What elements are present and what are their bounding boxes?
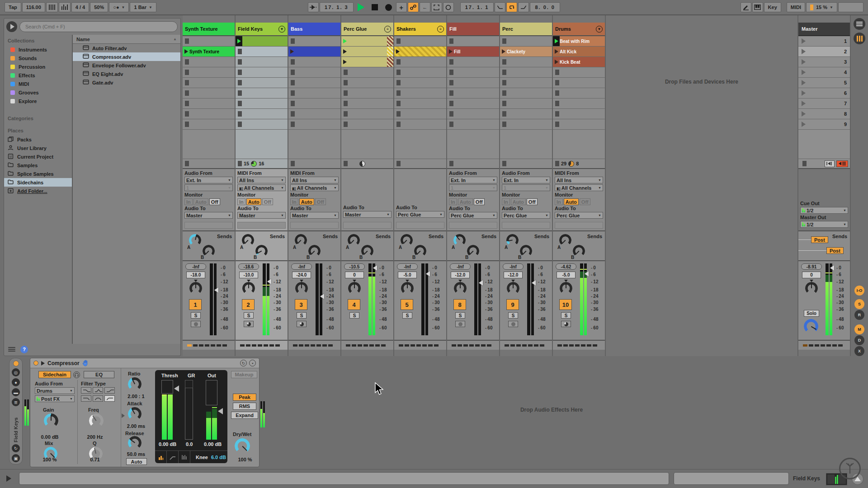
clip-slot[interactable] <box>183 88 235 99</box>
arrangement-position-display[interactable]: 17. 1. 3 <box>320 2 354 12</box>
clip-slot[interactable] <box>288 67 340 78</box>
clip-slot[interactable] <box>183 119 235 130</box>
arrangement-view-toggle[interactable] <box>854 18 865 30</box>
clip-slot[interactable] <box>183 99 235 109</box>
clip-slot[interactable] <box>183 109 235 119</box>
master-out-select[interactable]: 1/2▼ <box>800 221 848 228</box>
track-header[interactable]: Perc <box>500 23 552 36</box>
sidebar-item-current-project[interactable]: Current Project <box>4 152 72 161</box>
clip-stop-button[interactable] <box>396 111 401 117</box>
knee-value[interactable]: 6.0 dB <box>211 455 226 460</box>
arm-button[interactable] <box>191 321 201 327</box>
clip-slot[interactable]: Beat with Rim <box>553 36 605 47</box>
clip-slot[interactable] <box>447 119 499 130</box>
track-activator-button[interactable]: 2 <box>242 299 255 310</box>
clip-slot[interactable] <box>183 36 235 47</box>
clip-stop-button[interactable] <box>555 80 559 85</box>
clip-slot[interactable]: Alt Kick <box>553 47 605 57</box>
sidebar-item-user-library[interactable]: User Library <box>4 144 72 152</box>
solo-button[interactable]: S <box>561 312 571 319</box>
monitor-in-button[interactable]: In <box>184 198 193 205</box>
scene-slot[interactable]: 1 <box>798 36 850 47</box>
clip-play-button[interactable] <box>288 47 295 56</box>
volume-fader-handle[interactable] <box>532 280 536 286</box>
scene-play-icon[interactable] <box>802 38 806 44</box>
arm-button[interactable] <box>561 321 571 327</box>
ratio-knob[interactable] <box>128 377 142 391</box>
file-item[interactable]: Gate.adv <box>73 78 180 87</box>
sidechain-tap-select[interactable]: Post FX▼ <box>35 395 75 402</box>
pan-knob[interactable] <box>242 282 255 295</box>
track-header[interactable]: Shakers≡ <box>394 23 446 36</box>
back-to-arrangement-session-button[interactable] <box>836 160 848 167</box>
clip-slot[interactable] <box>341 99 393 109</box>
clip-slot[interactable]: Kick Beat <box>553 57 605 67</box>
input-channel-select[interactable]: 1▼ <box>449 184 497 191</box>
clip-slot[interactable] <box>341 67 393 78</box>
clip-slot[interactable] <box>341 109 393 119</box>
monitor-auto-button[interactable]: Auto <box>299 198 314 205</box>
clip-stop-button[interactable] <box>238 111 242 117</box>
save-preset-icon[interactable]: ▪ <box>249 360 256 366</box>
loop-button[interactable] <box>506 2 517 12</box>
clip-play-button[interactable] <box>553 47 560 56</box>
scene-play-icon[interactable] <box>802 49 806 54</box>
device-activator[interactable] <box>33 361 38 366</box>
clip-stop-button[interactable] <box>185 38 189 44</box>
arm-button[interactable] <box>297 321 307 327</box>
scene-slot[interactable]: 5 <box>798 78 850 88</box>
clip-slot[interactable] <box>236 109 288 119</box>
send-a-knob[interactable] <box>506 234 519 246</box>
audio-to-select[interactable]: Perc Glue▼ <box>449 212 497 219</box>
count-in-button[interactable] <box>59 2 71 12</box>
clip-stop-button[interactable] <box>396 80 401 85</box>
sidebar-item-splice-samples[interactable]: Splice Samples <box>4 169 72 178</box>
file-item[interactable]: Auto Filter.adv <box>73 44 180 52</box>
input-select[interactable]: Ext. In▼ <box>449 177 497 183</box>
clip-slot[interactable] <box>341 119 393 130</box>
list-icon[interactable]: ≡ <box>437 26 444 33</box>
clip-slot[interactable] <box>183 57 235 67</box>
audio-to-select[interactable]: Master▼ <box>290 212 339 219</box>
volume-fader-handle[interactable] <box>267 279 271 284</box>
drywet-knob[interactable] <box>235 438 250 454</box>
clip-slot[interactable] <box>236 88 288 99</box>
track-header[interactable]: Drums▼ <box>553 23 605 36</box>
clip-slot[interactable]: Synth Texture <box>183 47 235 57</box>
sidebar-item-sidechains[interactable]: Sidechains <box>4 178 72 187</box>
clip[interactable] <box>288 47 340 56</box>
sort-asc-icon[interactable]: ▲ <box>173 37 177 41</box>
out-value[interactable]: 0.00 dB <box>204 441 222 447</box>
thresh-slider[interactable] <box>174 385 179 392</box>
clip-stop-button[interactable] <box>185 80 189 85</box>
key-map-button[interactable]: Key <box>764 2 781 12</box>
audio-to-select[interactable]: Master▼ <box>184 212 233 219</box>
clip-slot[interactable] <box>500 109 552 119</box>
clip-slot[interactable] <box>447 67 499 78</box>
play-button[interactable] <box>358 3 364 11</box>
clip-stop-button[interactable] <box>396 59 401 65</box>
stop-all-clips-square[interactable] <box>802 161 807 166</box>
monitor-off-button[interactable]: Off <box>580 198 590 205</box>
clip-stop-button[interactable] <box>238 80 242 85</box>
solo-button[interactable]: S <box>455 312 465 319</box>
volume-field[interactable]: 0 <box>345 272 364 278</box>
clip[interactable] <box>341 47 393 56</box>
send-a-knob[interactable] <box>559 234 571 246</box>
send-a-knob[interactable] <box>401 234 413 246</box>
track-stop-button[interactable] <box>555 161 559 166</box>
file-item[interactable]: Compressor.adv <box>73 52 180 61</box>
clip-stop-button[interactable] <box>449 90 453 96</box>
peak-level-display[interactable]: -18.6 <box>238 263 259 270</box>
clip-stop-button[interactable] <box>555 70 559 75</box>
track-activator-led[interactable] <box>13 361 19 366</box>
monitor-auto-button[interactable]: Auto <box>193 198 208 205</box>
session-drop-area[interactable]: Drop Files and Devices Here <box>606 15 797 356</box>
clip-slot[interactable] <box>394 36 446 47</box>
tempo-field[interactable]: 116.00 <box>22 2 45 12</box>
clip-slot[interactable] <box>288 47 340 57</box>
quantization-menu[interactable]: ○●▼ <box>109 2 129 12</box>
monitor-in-button[interactable]: In <box>290 198 298 205</box>
input-channel-select[interactable]: 1▼ <box>502 184 550 191</box>
gain-value[interactable]: 0.00 dB <box>34 434 66 440</box>
